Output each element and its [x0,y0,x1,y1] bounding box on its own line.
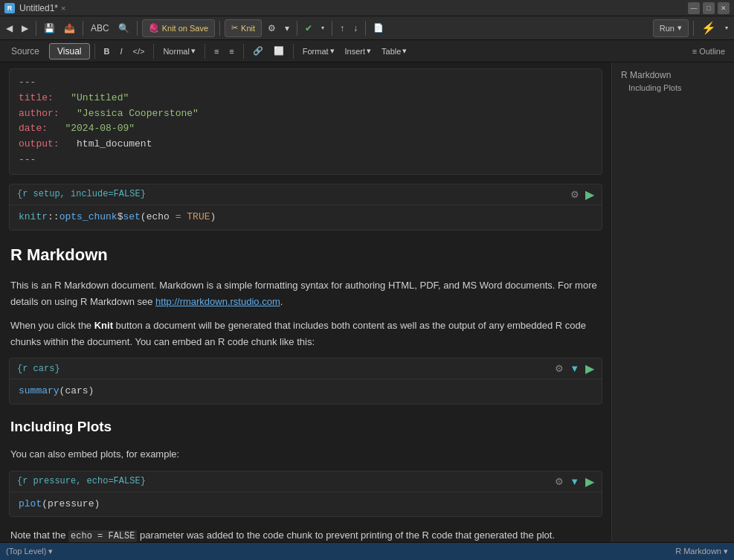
yaml-output-key: output: [19,138,59,149]
chunk-controls-cars: ⚙ ▼ ▶ [555,361,594,376]
run-btn[interactable]: Run ▾ [653,19,689,37]
format-dropdown-btn[interactable]: Format ▾ [298,43,339,59]
chunk-down-btn-3[interactable]: ▼ [570,476,579,487]
source-tab[interactable]: Source [3,43,48,59]
chunk-header-cars: {r cars} ⚙ ▼ ▶ [10,358,602,379]
tab-title: Untitled1* [19,3,58,13]
down-btn[interactable]: ↓ [350,19,361,37]
table-label: Table [382,47,401,56]
outline-toggle-btn[interactable]: ≡ Outline [686,45,731,57]
image-btn[interactable]: ⬜ [269,43,289,59]
para-embed-plots: You can also embed plots, for example: [10,446,601,463]
code-chunk-pressure: {r pressure, echo=FALSE} ⚙ ▼ ▶ plot(pres… [9,471,602,518]
status-left[interactable]: (Top Level) ▾ [6,547,53,556]
outline-item-including-plots[interactable]: Including Plots [618,82,728,94]
chunk-body-setup: knitr::opts_chunk$set(echo = TRUE) [10,205,602,230]
knit-label: Knit [241,24,255,33]
normal-dropdown-btn[interactable]: Normal ▾ [158,43,199,59]
chunk-down-btn-2[interactable]: ▼ [570,363,579,374]
para-echo-note: Note that the echo = FALSE parameter was… [10,527,601,542]
main-area: --- title: "Untitled" author: "Jessica C… [0,62,734,542]
toolbar2-sep-2 [153,44,154,59]
maximize-btn[interactable]: □ [703,2,715,14]
toolbar2-sep-5 [293,44,294,59]
para-knit: When you click the Knit button a documen… [10,318,601,350]
link-btn[interactable]: 🔗 [248,43,268,59]
editor-pane[interactable]: --- title: "Untitled" author: "Jessica C… [0,62,611,542]
code-chunk-setup: {r setup, include=FALSE} ⚙ ▶ knitr::opts… [9,184,602,231]
tab-close-btn[interactable]: × [61,4,65,13]
yaml-dashes-1: --- [19,77,36,88]
toolbar-separator-4 [219,21,220,36]
chunk-header-setup: {r setup, include=FALSE} ⚙ ▶ [10,184,602,205]
chunk-run-btn-2[interactable]: ▶ [585,361,594,376]
status-right: R Markdown ▾ [675,547,728,556]
rmarkdown-link[interactable]: http://rmarkdown.rstudio.com [155,296,280,307]
knit-on-save-btn[interactable]: 🧶 Knit on Save [142,19,215,37]
chunk-body-pressure: plot(pressure) [10,492,602,517]
outline-item-rmarkdown[interactable]: R Markdown [618,68,728,82]
back-btn[interactable]: ◀ [3,19,16,37]
status-right-label[interactable]: R Markdown ▾ [675,547,728,556]
chunk-label-pressure: {r pressure, echo=FALSE} [17,476,146,486]
chunk-gear-btn-2[interactable]: ⚙ [555,363,564,374]
chunk-run-btn-1[interactable]: ▶ [585,187,594,202]
extra-arrow-btn[interactable]: ▾ [722,19,731,37]
search-btn[interactable]: 🔍 [115,19,132,37]
yaml-title-key: title: [19,92,54,103]
close-btn[interactable]: ✕ [718,2,730,14]
echo-false-code: echo = FALSE [68,530,137,542]
prose-section-3: Note that the echo = FALSE parameter was… [9,527,602,542]
knit-btn[interactable]: ✂ Knit [225,19,262,37]
publish-btn[interactable]: 📤 [61,19,78,37]
table-arrow-icon: ▾ [402,46,407,56]
run-arrow-icon: ▾ [677,23,682,33]
bullet-list-btn[interactable]: ≡ [210,43,223,59]
main-toolbar: ◀ ▶ 💾 📤 ABC 🔍 🧶 Knit on Save ✂ Knit ⚙ ▾ … [0,16,734,40]
yaml-author-val: "Jessica Cooperstone" [77,108,199,119]
insert-dropdown-btn[interactable]: Insert ▾ [341,43,376,59]
chunk-body-cars: summary(cars) [10,379,602,404]
save-btn[interactable]: 💾 [41,19,58,37]
yaml-title-val: "Untitled" [71,92,129,103]
toolbar-separator-2 [83,21,83,36]
bold-btn[interactable]: B [100,43,115,59]
toolbar-separator-3 [137,21,138,36]
numbered-list-btn[interactable]: ≡ [225,43,238,59]
insert-label: Insert [345,47,366,56]
yaml-date-val: "2024-08-09" [65,123,135,134]
table-dropdown-btn[interactable]: Table ▾ [377,43,411,59]
chunk-label-cars: {r cars} [17,364,60,374]
chunk-gear-btn-3[interactable]: ⚙ [555,476,564,487]
toolbar-separator-8 [693,21,694,36]
knit-gear-btn[interactable]: ⚙ [265,19,279,37]
visual-tab[interactable]: Visual [49,43,89,59]
heading-r-markdown: R Markdown [10,241,601,268]
check-dropdown-btn[interactable]: ▾ [318,19,327,37]
up-btn[interactable]: ↑ [337,19,347,37]
format-label: Format [303,47,329,56]
editor-toolbar: Source Visual B I </> Normal ▾ ≡ ≡ 🔗 ⬜ F… [0,40,734,62]
check-icon: ✔ [302,19,315,37]
run-label: Run [660,24,675,33]
forward-btn[interactable]: ▶ [19,19,31,37]
knit-arrow-btn[interactable]: ▾ [282,19,292,37]
extra-btn[interactable]: ⚡ [698,19,719,37]
pages-icon: 📄 [370,19,387,37]
code-inline-btn[interactable]: </> [129,43,149,59]
chunk-controls-pressure: ⚙ ▼ ▶ [555,474,594,489]
chunk-code-1: knitr [19,211,48,222]
knit-on-save-label: Knit on Save [162,24,208,33]
spellcheck-btn[interactable]: ABC [88,19,112,37]
chunk-run-btn-3[interactable]: ▶ [585,474,594,489]
italic-btn[interactable]: I [115,43,126,59]
knit-icon: 🧶 [149,23,159,33]
app-icon: R [4,3,15,13]
toolbar2-sep-3 [205,44,205,59]
chunk-gear-btn-1[interactable]: ⚙ [570,189,579,200]
minimize-btn[interactable]: — [688,2,700,14]
format-arrow-icon: ▾ [330,46,335,56]
toolbar-separator-6 [332,21,332,36]
yaml-block: --- title: "Untitled" author: "Jessica C… [9,68,602,175]
yaml-dashes-2: --- [19,154,36,165]
